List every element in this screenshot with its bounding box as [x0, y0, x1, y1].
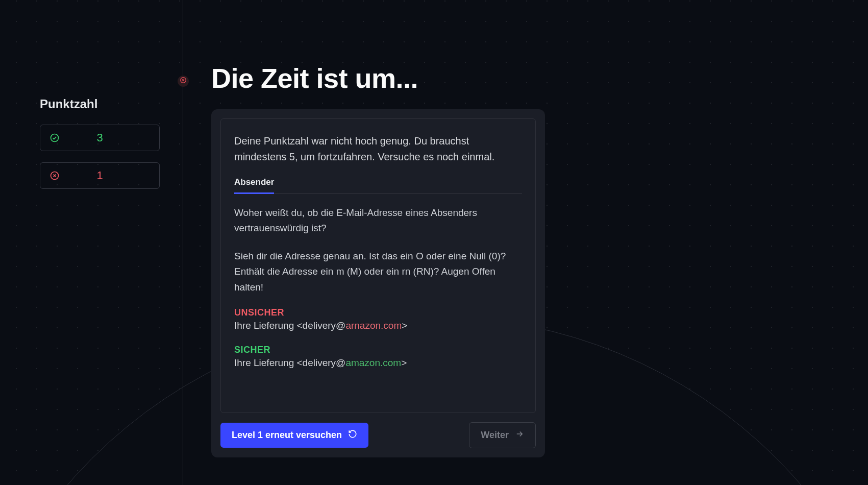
next-button-label: Weiter: [481, 430, 509, 441]
explain-paragraph-2: Sieh dir die Adresse genau an. Ist das e…: [234, 249, 522, 295]
score-correct-value: 3: [96, 131, 103, 144]
result-card: Deine Punktzahl war nicht hoch genug. Du…: [211, 109, 545, 457]
safe-label: SICHER: [234, 345, 522, 355]
svg-point-1: [51, 134, 59, 142]
safe-domain: amazon.com: [345, 357, 401, 368]
result-card-inner: Deine Punktzahl war nicht hoch genug. Du…: [220, 118, 536, 413]
tab-sender[interactable]: Absender: [234, 177, 274, 194]
page-heading: Die Zeit ist um...: [211, 62, 545, 94]
next-button[interactable]: Weiter: [469, 422, 536, 448]
score-title: Punktzahl: [40, 97, 160, 111]
unsafe-domain: arnazon.com: [345, 320, 402, 331]
action-row: Level 1 erneut versuchen Weiter: [220, 422, 536, 448]
retry-button-label: Level 1 erneut versuchen: [232, 430, 342, 441]
x-circle-icon: [180, 77, 187, 86]
score-incorrect-box: 1: [40, 162, 160, 189]
unsafe-prefix: Ihre Lieferung <delivery@: [234, 320, 345, 331]
main-content: Die Zeit ist um... Deine Punktzahl war n…: [183, 0, 545, 485]
safe-example: Ihre Lieferung <delivery@amazon.com>: [234, 357, 522, 369]
x-circle-icon: [49, 171, 60, 181]
retry-button[interactable]: Level 1 erneut versuchen: [220, 423, 368, 448]
safe-prefix: Ihre Lieferung <delivery@: [234, 357, 345, 368]
undo-icon: [348, 429, 357, 441]
tab-row: Absender: [234, 177, 522, 194]
explain-paragraph-1: Woher weißt du, ob die E-Mail-Adresse ei…: [234, 205, 522, 236]
unsafe-example: Ihre Lieferung <delivery@arnazon.com>: [234, 320, 522, 331]
safe-suffix: >: [401, 357, 407, 368]
check-circle-icon: [49, 133, 60, 143]
result-message: Deine Punktzahl war nicht hoch genug. Du…: [234, 133, 522, 165]
unsafe-suffix: >: [402, 320, 407, 331]
arrow-right-icon: [515, 429, 524, 441]
sidebar: Punktzahl 3 1: [0, 0, 183, 485]
score-incorrect-value: 1: [96, 169, 103, 182]
timeline-marker: [178, 76, 189, 87]
score-correct-box: 3: [40, 125, 160, 151]
unsafe-label: UNSICHER: [234, 307, 522, 318]
